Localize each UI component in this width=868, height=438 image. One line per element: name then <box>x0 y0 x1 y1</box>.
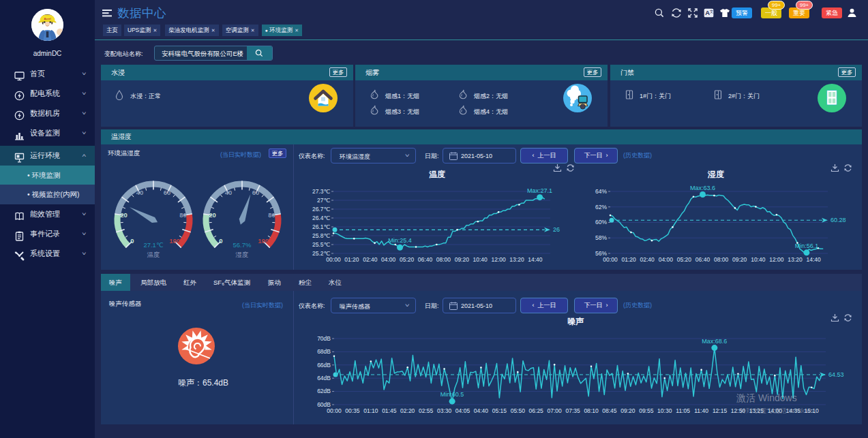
svg-text:温度: 温度 <box>429 170 445 179</box>
svg-text:70dB: 70dB <box>317 335 331 342</box>
svg-text:09:55: 09:55 <box>639 407 654 414</box>
svg-text:27.3℃: 27.3℃ <box>312 188 331 195</box>
svg-text:64.53: 64.53 <box>828 371 844 378</box>
svg-text:12:00: 12:00 <box>491 256 506 263</box>
svg-text:02:40: 02:40 <box>363 256 378 263</box>
svg-text:62dB: 62dB <box>317 388 331 394</box>
svg-text:10:40: 10:40 <box>751 256 766 263</box>
svg-text:27℃: 27℃ <box>317 197 330 204</box>
svg-text:09:20: 09:20 <box>732 256 747 263</box>
svg-text:08:45: 08:45 <box>602 407 617 414</box>
svg-text:66dB: 66dB <box>317 362 331 369</box>
svg-text:Max:27.1: Max:27.1 <box>527 187 552 194</box>
svg-text:60.28: 60.28 <box>830 217 846 223</box>
svg-text:Min:56.1: Min:56.1 <box>795 243 819 249</box>
svg-text:07:35: 07:35 <box>565 407 580 414</box>
svg-text:68dB: 68dB <box>317 348 331 355</box>
svg-text:湿度: 湿度 <box>707 170 724 179</box>
svg-text:05:20: 05:20 <box>400 256 415 263</box>
svg-text:12:15: 12:15 <box>713 407 728 414</box>
svg-text:00:00: 00:00 <box>326 256 341 263</box>
svg-text:14:40: 14:40 <box>528 256 543 263</box>
svg-text:13:20: 13:20 <box>788 256 803 263</box>
svg-text:Min:25.4: Min:25.4 <box>388 237 412 244</box>
svg-text:02:20: 02:20 <box>400 407 415 414</box>
svg-text:04:00: 04:00 <box>659 256 674 263</box>
svg-text:04:05: 04:05 <box>455 407 470 414</box>
svg-text:01:10: 01:10 <box>363 407 378 414</box>
svg-text:06:25: 06:25 <box>529 407 544 414</box>
svg-text:08:10: 08:10 <box>584 407 599 414</box>
svg-text:10:40: 10:40 <box>473 256 488 263</box>
svg-text:04:40: 04:40 <box>474 407 489 414</box>
svg-text:08:00: 08:00 <box>436 256 451 263</box>
svg-text:09:20: 09:20 <box>620 407 635 414</box>
svg-text:01:20: 01:20 <box>344 256 359 263</box>
svg-text:02:40: 02:40 <box>640 256 655 263</box>
svg-text:04:00: 04:00 <box>381 256 396 263</box>
svg-text:26.4℃: 26.4℃ <box>312 215 331 221</box>
svg-text:08:00: 08:00 <box>714 256 729 263</box>
svg-text:00:00: 00:00 <box>603 256 618 263</box>
svg-text:12:00: 12:00 <box>769 256 784 263</box>
svg-text:01:20: 01:20 <box>621 256 636 263</box>
svg-text:25.5℃: 25.5℃ <box>312 241 331 248</box>
svg-text:03:30: 03:30 <box>437 407 452 414</box>
svg-text:噪声: 噪声 <box>567 317 584 326</box>
svg-text:05:15: 05:15 <box>492 407 507 414</box>
svg-text:14:40: 14:40 <box>806 256 821 263</box>
svg-text:00:35: 00:35 <box>345 407 360 414</box>
svg-text:11:40: 11:40 <box>694 407 708 414</box>
svg-text:06:40: 06:40 <box>695 256 710 263</box>
svg-text:Max:63.6: Max:63.6 <box>690 185 715 191</box>
svg-text:09:20: 09:20 <box>455 256 470 263</box>
svg-text:06:40: 06:40 <box>418 256 433 263</box>
svg-text:11:05: 11:05 <box>676 407 690 414</box>
svg-text:01:45: 01:45 <box>382 407 397 414</box>
svg-text:02:55: 02:55 <box>419 407 434 414</box>
svg-text:64%: 64% <box>595 188 607 195</box>
svg-text:Min:60.5: Min:60.5 <box>440 391 464 398</box>
svg-text:58%: 58% <box>595 234 607 241</box>
svg-text:25.8℃: 25.8℃ <box>312 232 331 239</box>
svg-text:62%: 62% <box>595 204 607 210</box>
svg-text:05:50: 05:50 <box>511 407 526 414</box>
svg-text:26.1℃: 26.1℃ <box>312 223 331 230</box>
svg-text:13:20: 13:20 <box>509 256 524 263</box>
svg-text:10:30: 10:30 <box>657 407 672 414</box>
svg-text:26.7℃: 26.7℃ <box>312 206 331 213</box>
svg-text:64dB: 64dB <box>317 375 331 381</box>
svg-text:Acrel: Acrel <box>44 17 50 20</box>
svg-text:05:20: 05:20 <box>677 256 692 263</box>
svg-text:60%: 60% <box>595 219 607 225</box>
svg-text:00:00: 00:00 <box>327 407 342 414</box>
svg-text:26: 26 <box>553 226 560 233</box>
svg-text:Max:68.6: Max:68.6 <box>702 338 727 345</box>
svg-text:07:00: 07:00 <box>548 407 563 414</box>
